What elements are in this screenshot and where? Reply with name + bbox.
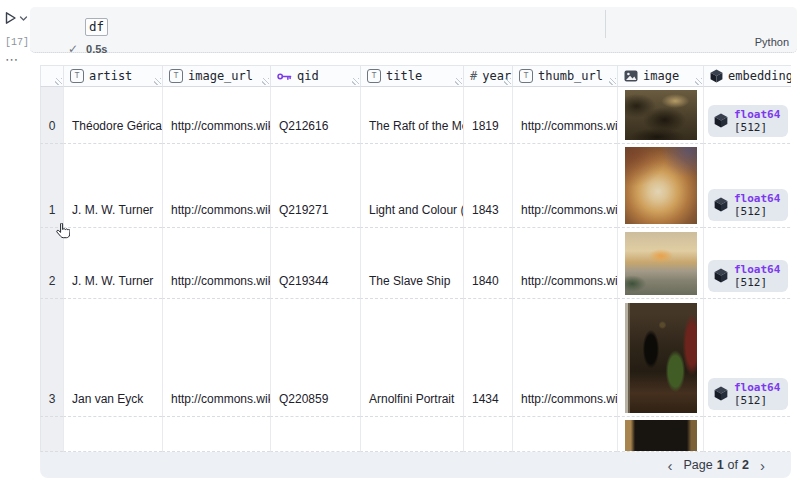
cell-qid: [270, 417, 360, 452]
image-type-icon: [624, 70, 638, 82]
column-header-year[interactable]: # year: [463, 65, 512, 87]
cell-embedding: float64[512]: [703, 228, 791, 299]
cell-artist: Théodore Géricault: [63, 87, 162, 144]
page-indicator: Page 1 of 2: [683, 458, 749, 472]
cell-image: [617, 87, 703, 144]
text-type-icon: T: [367, 69, 381, 83]
cell-artist: J. M. W. Turner: [63, 144, 162, 228]
run-menu-button chevron-down-icon[interactable]: [19, 11, 28, 25]
row-index: [40, 417, 63, 452]
execution-time: 0.5s: [86, 43, 107, 55]
cell-image-url: http://commons.wikim: [162, 144, 270, 228]
light-and-colour-thumbnail[interactable]: [625, 147, 697, 224]
row-index: 1: [40, 144, 63, 228]
dtype-name: float64: [734, 381, 780, 394]
run-cell-button play-icon[interactable]: [4, 11, 17, 25]
table-pagination: ‹ Page 1 of 2 ›: [40, 452, 791, 478]
cell-year: 1434: [463, 299, 512, 417]
column-header-image-url[interactable]: T image_url: [162, 65, 270, 87]
column-label: image: [643, 69, 679, 83]
cell-image-url: http://commons.wikim: [162, 299, 270, 417]
column-label: embedding: [728, 69, 791, 83]
column-header-title[interactable]: T title: [360, 65, 463, 87]
cell-artist: J. M. W. Turner: [63, 228, 162, 299]
cell-year: [463, 417, 512, 452]
cell-embedding: [703, 417, 791, 452]
column-label: thumb_url: [538, 69, 603, 83]
column-header-embedding[interactable]: embedding: [703, 65, 791, 87]
column-resize-handle[interactable]: [154, 78, 161, 85]
page-label: Page: [683, 458, 712, 472]
column-header-gutter: [40, 65, 63, 87]
embedding-dtype-badge: float64[512]: [708, 189, 788, 221]
cell-artist: [63, 417, 162, 452]
number-type-icon: #: [470, 69, 477, 83]
cell-qid: Q220859: [270, 299, 360, 417]
code-editor[interactable]: df: [85, 18, 108, 36]
cell-image-url: [162, 417, 270, 452]
cell-more-actions-button ellipsis-icon[interactable]: ⋯: [5, 53, 19, 66]
dtype-name: float64: [734, 263, 780, 276]
cell-year: 1819: [463, 87, 512, 144]
cube-icon: [714, 197, 728, 212]
dtype-shape: [512]: [734, 394, 780, 407]
cube-type-icon: [710, 69, 723, 83]
column-resize-handle[interactable]: [504, 78, 511, 85]
column-resize-handle[interactable]: [695, 78, 702, 85]
cube-icon: [714, 113, 728, 128]
cell-thumb-url: http://commons.wikim: [512, 87, 617, 144]
key-type-icon: [277, 72, 292, 81]
column-resize-handle[interactable]: [455, 78, 462, 85]
column-resize-handle[interactable]: [262, 78, 269, 85]
row-index: 3: [40, 299, 63, 417]
partial-painting-thumbnail[interactable]: [625, 420, 697, 452]
cell-year: 1843: [463, 144, 512, 228]
kernel-language-label[interactable]: Python: [755, 36, 789, 48]
cell-image: [617, 228, 703, 299]
total-pages-number: 2: [742, 458, 749, 472]
column-header-qid[interactable]: qid: [270, 65, 360, 87]
column-header-artist[interactable]: T artist: [63, 65, 162, 87]
cell-embedding: float64[512]: [703, 299, 791, 417]
column-label: artist: [89, 69, 132, 83]
cell-title: Light and Colour (G: [360, 144, 463, 228]
cell-thumb-url: http://commons.wikim: [512, 144, 617, 228]
notebook-screen: [17] ⋯ df ✓ 0.5s Python T artist T image…: [0, 0, 800, 482]
cell-title: The Slave Ship: [360, 228, 463, 299]
text-type-icon: T: [70, 69, 84, 83]
row-index: 2: [40, 228, 63, 299]
cube-icon: [714, 386, 728, 401]
column-label: qid: [297, 69, 319, 83]
arnolfini-portrait-thumbnail[interactable]: [625, 303, 697, 413]
column-header-image[interactable]: image: [617, 65, 703, 87]
previous-page-button chevron-left-icon[interactable]: ‹: [665, 458, 674, 473]
cell-thumb-url: [512, 417, 617, 452]
cell-qid: Q219344: [270, 228, 360, 299]
cell-embedding: float64[512]: [703, 87, 791, 144]
of-label: of: [728, 458, 738, 472]
the-raft-of-the-medusa-thumbnail[interactable]: [625, 90, 697, 140]
table-grid: T artist T image_url qid T title: [40, 65, 791, 452]
dtype-name: float64: [734, 192, 780, 205]
current-page-number: 1: [717, 458, 724, 472]
code-cell[interactable]: df ✓ 0.5s Python: [30, 7, 797, 53]
cell-image-url: http://commons.wikim: [162, 87, 270, 144]
cell-artist: Jan van Eyck: [63, 299, 162, 417]
the-slave-ship-thumbnail[interactable]: [625, 232, 697, 295]
text-type-icon: T: [519, 69, 533, 83]
dtype-shape: [512]: [734, 205, 780, 218]
embedding-dtype-badge: float64[512]: [708, 105, 788, 137]
cell-thumb-url: http://commons.wikim: [512, 299, 617, 417]
column-resize-handle[interactable]: [352, 78, 359, 85]
cell-title: Arnolfini Portrait: [360, 299, 463, 417]
cube-icon: [714, 268, 728, 283]
cell-image: [617, 417, 703, 452]
next-page-button chevron-right-icon[interactable]: ›: [758, 458, 767, 473]
column-resize-handle[interactable]: [55, 78, 62, 85]
cell-image: [617, 299, 703, 417]
column-header-thumb-url[interactable]: T thumb_url: [512, 65, 617, 87]
cell-thumb-url: http://commons.wikim: [512, 228, 617, 299]
code-text[interactable]: df: [85, 18, 108, 36]
cell-title: The Raft of the Med: [360, 87, 463, 144]
column-resize-handle[interactable]: [609, 78, 616, 85]
